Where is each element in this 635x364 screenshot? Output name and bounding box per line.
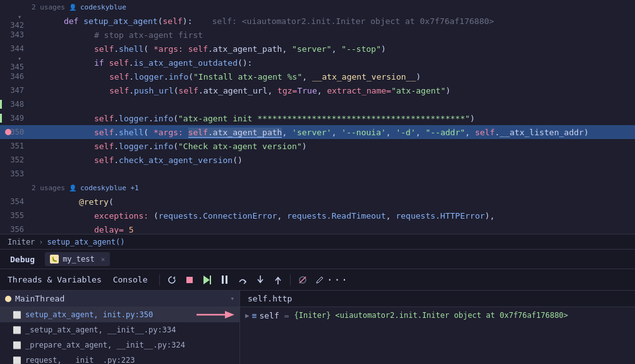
mute-button[interactable] (294, 272, 311, 288)
stack-frame-name-0: setup_atx_agent, init.py:350 (25, 310, 153, 319)
code-editor: 2 usages 👤 codeskyblue ▾ 342 def setup_a… (0, 0, 635, 234)
breadcrumb: Initer › setup_atx_agent() (0, 234, 635, 249)
breadcrumb-class[interactable]: Initer (8, 238, 35, 246)
step-into-button[interactable] (252, 272, 269, 288)
threads-panel: MainThread ▾ ⬜ setup_atx_agent, init.py:… (0, 291, 240, 364)
stack-frame-icon-0: ⬜ (13, 311, 21, 319)
debug-toolbar: Threads & Variables Console (0, 269, 635, 291)
fold-arrow-345[interactable]: ▾ (18, 55, 21, 62)
expression-input[interactable] (245, 293, 630, 305)
svg-marker-1 (203, 276, 210, 284)
console-label[interactable]: Console (111, 275, 150, 284)
code-line-356: 356 delay= 5 (0, 222, 635, 234)
thread-status-dot (5, 296, 11, 302)
stack-frame-name-1: _setup_atx_agent, __init__.py:334 (25, 325, 176, 334)
stop-button[interactable] (181, 272, 198, 288)
debug-header: Debug 🐛 my_test × (0, 249, 635, 269)
svg-rect-2 (210, 276, 211, 284)
stack-frame-icon-1: ⬜ (13, 326, 21, 334)
step-out-button[interactable] (270, 272, 286, 288)
var-value: {Initer} <uiautomator2.init.Initer objec… (294, 311, 568, 320)
fold-arrow[interactable]: ▾ (18, 13, 21, 20)
variable-row-self[interactable]: ▶ ≡ self = {Initer} <uiautomator2.init.I… (240, 307, 635, 324)
more-button[interactable]: ··· (330, 272, 346, 288)
rerun-button[interactable] (164, 272, 180, 288)
var-eq: = (284, 311, 289, 320)
session-icon: 🐛 (50, 255, 59, 264)
close-session-button[interactable]: × (101, 255, 106, 264)
variables-panel: ▶ ≡ self = {Initer} <uiautomator2.init.I… (240, 291, 635, 364)
thread-expand-arrow[interactable]: ▾ (230, 294, 234, 303)
stack-frame-icon-2: ⬜ (13, 341, 21, 349)
stack-frame-1[interactable]: ⬜ _setup_atx_agent, __init__.py:334 (0, 322, 239, 337)
threads-vars-label: Threads & Variables (5, 275, 104, 284)
session-label: my_test (63, 255, 95, 264)
code-line-347: 347 self.push_url(self.atx_agent_url, tg… (0, 83, 635, 97)
toolbar-separator-1 (159, 274, 160, 286)
debug-tab[interactable]: Debug (5, 252, 40, 267)
main-thread-item[interactable]: MainThread ▾ (0, 291, 239, 307)
breadcrumb-separator: › (39, 238, 43, 246)
debug-content: MainThread ▾ ⬜ setup_atx_agent, init.py:… (0, 291, 635, 364)
pause-button[interactable] (217, 272, 233, 288)
step-over-button[interactable] (234, 272, 251, 288)
toolbar-separator-2 (290, 274, 291, 286)
breakpoint-icon[interactable] (5, 129, 11, 135)
svg-marker-8 (225, 311, 234, 318)
stack-frame-3[interactable]: ⬜ request, __init__.py:223 (0, 353, 239, 364)
svg-rect-4 (226, 276, 227, 284)
expression-header (240, 291, 635, 307)
var-expand-arrow[interactable]: ▶ (245, 312, 250, 320)
var-name: self (259, 311, 279, 320)
stack-frame-name-2: _prepare_atx_agent, __init__.py:324 (25, 341, 185, 349)
stack-frame-0[interactable]: ⬜ setup_atx_agent, init.py:350 (0, 307, 239, 322)
code-line-349: 349 self.logger.info("atx-agent init ***… (0, 111, 635, 125)
var-type-icon: ≡ (252, 311, 257, 320)
resume-button[interactable] (199, 272, 215, 288)
thread-name: MainThread (15, 294, 64, 303)
stack-frame-name-3: request, __init__.py:223 (25, 356, 135, 364)
svg-rect-3 (222, 276, 224, 284)
code-line-352: 352 self.check_atx_agent_version() (0, 153, 635, 167)
breadcrumb-function[interactable]: setup_atx_agent() (47, 238, 125, 246)
stack-frame-2[interactable]: ⬜ _prepare_atx_agent, __init__.py:324 (0, 337, 239, 353)
svg-rect-0 (186, 277, 193, 283)
session-tab[interactable]: 🐛 my_test × (45, 252, 110, 266)
stack-frame-icon-3: ⬜ (13, 356, 21, 365)
edit-button[interactable] (312, 272, 329, 288)
